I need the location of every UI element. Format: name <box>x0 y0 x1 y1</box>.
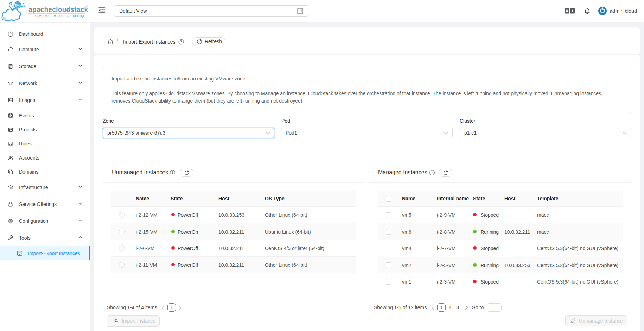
svg-text:™: ™ <box>85 5 88 8</box>
svg-text:A: A <box>566 9 568 13</box>
svg-text:open source cloud computing: open source cloud computing <box>35 13 84 18</box>
svg-text:★: ★ <box>571 9 574 13</box>
svg-text:apachecloudstack: apachecloudstack <box>28 6 88 13</box>
